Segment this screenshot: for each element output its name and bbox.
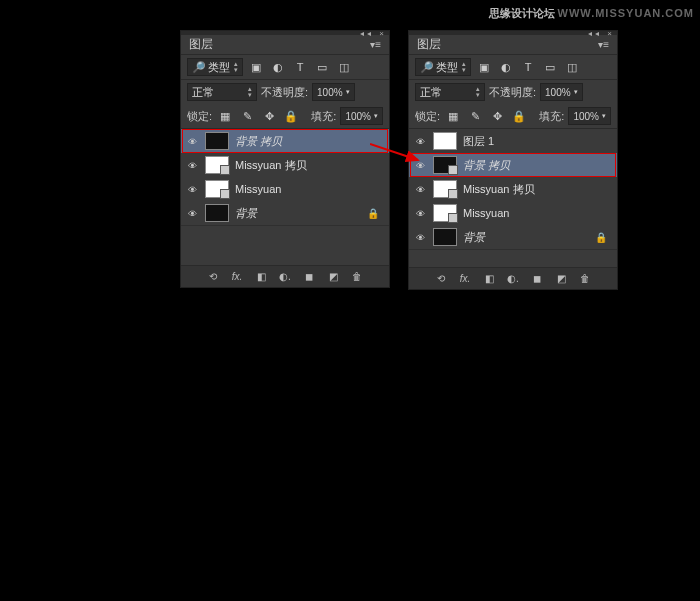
blend-mode-select[interactable]: 正常▴▾ [187, 83, 257, 101]
filter-type-select[interactable]: 🔎类型▴▾ [415, 58, 471, 76]
layers-footer: ⟲ fx. ◧ ◐. ◼ ◩ 🗑 [181, 265, 389, 287]
visibility-icon[interactable] [413, 184, 427, 195]
layer-thumb[interactable] [433, 156, 457, 174]
layers-list: 背景 拷贝 Missyuan 拷贝 Missyuan 背景 🔒 [181, 129, 389, 225]
mask-icon[interactable]: ◧ [482, 273, 496, 284]
collapse-icon[interactable]: ◂◂ × [588, 29, 615, 38]
layer-thumb[interactable] [433, 180, 457, 198]
trash-icon[interactable]: 🗑 [578, 273, 592, 284]
opacity-input[interactable]: 100%▾ [540, 83, 583, 101]
filter-type-select[interactable]: 🔎类型▴▾ [187, 58, 243, 76]
fx-icon[interactable]: fx. [458, 273, 472, 284]
layer-name[interactable]: 背景 [463, 230, 485, 245]
layer-row[interactable]: 背景 🔒 [181, 201, 389, 225]
panel-menu-icon[interactable]: ▾≡ [370, 39, 381, 50]
layers-list: 图层 1 背景 拷贝 Missyuan 拷贝 Missyuan 背景 🔒 [409, 129, 617, 249]
layer-row[interactable]: Missyuan 拷贝 [409, 177, 617, 201]
layer-row[interactable]: 背景 🔒 [409, 225, 617, 249]
layer-name[interactable]: 背景 拷贝 [463, 158, 510, 173]
lock-paint-icon[interactable]: ✎ [466, 107, 484, 125]
layers-panel-left: ◂◂ × 图层 ▾≡ 🔎类型▴▾ ▣ ◐ T ▭ ◫ 正常▴▾ 不透明度: 10… [180, 30, 390, 288]
layer-name[interactable]: Missyuan [463, 207, 509, 219]
opacity-label: 不透明度: [489, 85, 536, 100]
link-icon[interactable]: ⟲ [206, 271, 220, 282]
adjust-icon[interactable]: ◐. [278, 271, 292, 282]
filter-pixel-icon[interactable]: ▣ [247, 58, 265, 76]
layer-row[interactable]: 背景 拷贝 [409, 153, 617, 177]
layer-row[interactable]: Missyuan 拷贝 [181, 153, 389, 177]
lock-paint-icon[interactable]: ✎ [238, 107, 256, 125]
lock-transparent-icon[interactable]: ▦ [216, 107, 234, 125]
collapse-icon[interactable]: ◂◂ × [360, 29, 387, 38]
layer-thumb[interactable] [433, 132, 457, 150]
layer-thumb[interactable] [433, 228, 457, 246]
new-icon[interactable]: ◩ [554, 273, 568, 284]
filter-adjust-icon[interactable]: ◐ [269, 58, 287, 76]
visibility-icon[interactable] [413, 160, 427, 171]
fx-icon[interactable]: fx. [230, 271, 244, 282]
lock-pos-icon[interactable]: ✥ [488, 107, 506, 125]
layer-row[interactable]: 背景 拷贝 [181, 129, 389, 153]
fill-input[interactable]: 100%▾ [340, 107, 383, 125]
visibility-icon[interactable] [413, 208, 427, 219]
layer-name[interactable]: 背景 拷贝 [235, 134, 282, 149]
group-icon[interactable]: ◼ [302, 271, 316, 282]
mask-icon[interactable]: ◧ [254, 271, 268, 282]
layer-thumb[interactable] [205, 204, 229, 222]
layer-thumb[interactable] [205, 180, 229, 198]
layer-name[interactable]: 图层 1 [463, 134, 494, 149]
visibility-icon[interactable] [413, 136, 427, 147]
fill-label: 填充: [311, 109, 336, 124]
layer-row[interactable]: Missyuan [181, 177, 389, 201]
layer-name[interactable]: Missyuan [235, 183, 281, 195]
layer-thumb[interactable] [433, 204, 457, 222]
panel-title[interactable]: 图层 [417, 36, 441, 53]
lock-icon: 🔒 [595, 232, 613, 243]
opacity-label: 不透明度: [261, 85, 308, 100]
watermark: 思缘设计论坛 WWW.MISSYUAN.COM [489, 6, 694, 21]
layer-row[interactable]: 图层 1 [409, 129, 617, 153]
layer-name[interactable]: Missyuan 拷贝 [235, 158, 307, 173]
visibility-icon[interactable] [185, 136, 199, 147]
visibility-icon[interactable] [185, 160, 199, 171]
layer-thumb[interactable] [205, 132, 229, 150]
lock-pos-icon[interactable]: ✥ [260, 107, 278, 125]
layer-name[interactable]: 背景 [235, 206, 257, 221]
new-icon[interactable]: ◩ [326, 271, 340, 282]
trash-icon[interactable]: 🗑 [350, 271, 364, 282]
filter-smart-icon[interactable]: ◫ [563, 58, 581, 76]
adjust-icon[interactable]: ◐. [506, 273, 520, 284]
filter-smart-icon[interactable]: ◫ [335, 58, 353, 76]
lock-all-icon[interactable]: 🔒 [510, 107, 528, 125]
layers-panel-right: ◂◂ × 图层 ▾≡ 🔎类型▴▾ ▣ ◐ T ▭ ◫ 正常▴▾ 不透明度: 10… [408, 30, 618, 290]
blend-mode-select[interactable]: 正常▴▾ [415, 83, 485, 101]
layer-thumb[interactable] [205, 156, 229, 174]
visibility-icon[interactable] [185, 208, 199, 219]
panel-menu-icon[interactable]: ▾≡ [598, 39, 609, 50]
fill-label: 填充: [539, 109, 564, 124]
visibility-icon[interactable] [413, 232, 427, 243]
lock-label: 锁定: [187, 109, 212, 124]
panel-title[interactable]: 图层 [189, 36, 213, 53]
layer-name[interactable]: Missyuan 拷贝 [463, 182, 535, 197]
link-icon[interactable]: ⟲ [434, 273, 448, 284]
lock-all-icon[interactable]: 🔒 [282, 107, 300, 125]
fill-input[interactable]: 100%▾ [568, 107, 611, 125]
filter-type-icon[interactable]: T [291, 58, 309, 76]
filter-adjust-icon[interactable]: ◐ [497, 58, 515, 76]
filter-shape-icon[interactable]: ▭ [313, 58, 331, 76]
layers-footer: ⟲ fx. ◧ ◐. ◼ ◩ 🗑 [409, 267, 617, 289]
layer-row[interactable]: Missyuan [409, 201, 617, 225]
visibility-icon[interactable] [185, 184, 199, 195]
lock-icon: 🔒 [367, 208, 385, 219]
group-icon[interactable]: ◼ [530, 273, 544, 284]
filter-shape-icon[interactable]: ▭ [541, 58, 559, 76]
filter-pixel-icon[interactable]: ▣ [475, 58, 493, 76]
lock-transparent-icon[interactable]: ▦ [444, 107, 462, 125]
lock-label: 锁定: [415, 109, 440, 124]
opacity-input[interactable]: 100%▾ [312, 83, 355, 101]
filter-type-icon[interactable]: T [519, 58, 537, 76]
